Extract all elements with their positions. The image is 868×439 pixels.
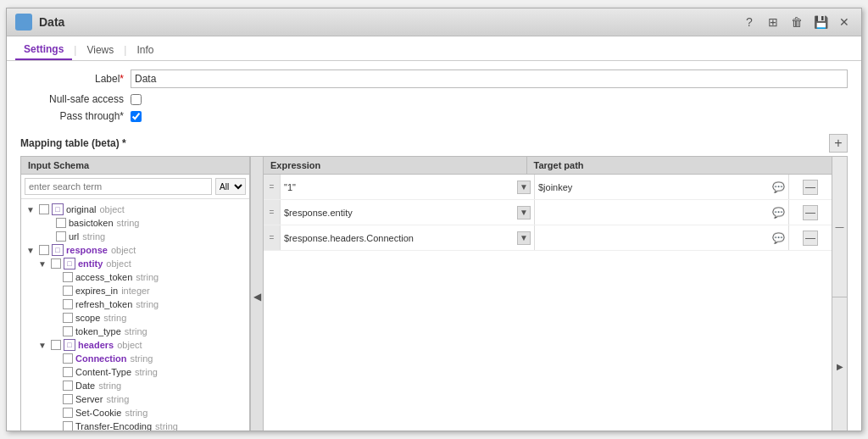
monitor-button[interactable]: ⊞ — [765, 14, 782, 31]
close-button[interactable]: ✕ — [836, 14, 853, 31]
toggle-icon — [42, 231, 53, 242]
row-actions: — — [789, 180, 832, 195]
schema-tree: ▼ □ original object basictoken — [21, 199, 249, 431]
scroll-up-button[interactable]: — — [832, 157, 847, 297]
toggle-icon — [48, 298, 60, 310]
scroll-down-button[interactable]: ▶ — [832, 297, 847, 431]
toggle-icon — [48, 353, 60, 364]
list-item[interactable]: basictoken string — [21, 216, 249, 230]
list-item[interactable]: ▼ □ original object — [21, 203, 249, 216]
target-comment-icon[interactable]: 💬 — [771, 181, 785, 194]
list-item[interactable]: Connection string — [21, 352, 249, 365]
tree-checkbox[interactable] — [51, 340, 61, 350]
row-drag-handle[interactable]: = — [264, 200, 281, 225]
collapse-panel-button[interactable]: ◀ — [250, 157, 264, 431]
list-item[interactable]: Server string — [21, 392, 249, 406]
tree-checkbox[interactable] — [63, 367, 73, 377]
list-item[interactable]: Date string — [21, 379, 249, 392]
tree-checkbox[interactable] — [63, 381, 73, 391]
list-item[interactable]: scope string — [21, 311, 249, 325]
tree-checkbox[interactable] — [63, 353, 73, 364]
label-input[interactable] — [131, 69, 848, 88]
node-icon: □ — [52, 244, 64, 256]
tree-checkbox[interactable] — [63, 326, 73, 336]
expression-dropdown-button[interactable]: ▼ — [517, 231, 531, 245]
row-drag-handle[interactable]: = — [264, 175, 281, 199]
row-drag-handle[interactable]: = — [264, 225, 281, 250]
list-item[interactable]: refresh_token string — [21, 297, 249, 311]
tree-checkbox[interactable] — [56, 231, 66, 242]
mapping-rows-container: = "1" ▼ $joinkey 💬 — — [264, 175, 832, 431]
help-button[interactable]: ? — [741, 14, 758, 31]
remove-row-button[interactable]: — — [803, 180, 818, 195]
list-item[interactable]: ▼ □ response object — [21, 243, 249, 257]
expression-value: $response.entity — [284, 208, 517, 218]
tree-checkbox[interactable] — [63, 408, 73, 418]
expression-cell: $response.entity ▼ — [281, 200, 535, 225]
titlebar: Data ? ⊞ 🗑 💾 ✕ — [7, 8, 861, 36]
expression-dropdown-button[interactable]: ▼ — [517, 206, 531, 220]
target-comment-icon[interactable]: 💬 — [771, 231, 785, 245]
toggle-icon — [48, 271, 60, 283]
toggle-icon[interactable]: ▼ — [36, 258, 48, 270]
list-item[interactable]: expires_in integer — [21, 284, 249, 297]
tab-settings[interactable]: Settings — [15, 40, 72, 60]
remove-row-button[interactable]: — — [803, 231, 818, 246]
expression-dropdown-button[interactable]: ▼ — [517, 181, 531, 194]
schema-search-input[interactable] — [25, 178, 212, 195]
toggle-icon — [48, 285, 60, 297]
list-item[interactable]: Transfer-Encoding string — [21, 420, 249, 431]
toggle-icon — [48, 420, 60, 431]
tree-checkbox[interactable] — [39, 204, 49, 214]
tree-checkbox[interactable] — [63, 299, 73, 309]
tree-checkbox[interactable] — [51, 258, 61, 269]
tab-views[interactable]: Views — [78, 41, 122, 59]
tree-checkbox[interactable] — [39, 245, 49, 255]
target-cell: 💬 — [535, 200, 789, 225]
toggle-icon[interactable]: ▼ — [25, 244, 36, 256]
schema-search-filter[interactable]: All — [215, 178, 246, 195]
trash-button[interactable]: 🗑 — [788, 14, 805, 31]
row-actions: — — [789, 231, 832, 246]
tree-checkbox[interactable] — [63, 394, 73, 404]
add-mapping-button[interactable]: + — [829, 134, 848, 153]
list-item[interactable]: Set-Cookie string — [21, 406, 249, 420]
pass-through-label: Pass through* — [20, 110, 131, 122]
schema-panel-header: Input Schema — [21, 157, 249, 175]
schema-search-bar: All — [21, 175, 249, 199]
list-item[interactable]: ▼ □ headers object — [21, 338, 249, 352]
input-schema-panel: Input Schema All ▼ — [21, 157, 250, 431]
mapping-title: Mapping table (beta) * — [20, 137, 126, 149]
tab-info[interactable]: Info — [128, 41, 162, 59]
window-icon — [15, 14, 32, 31]
target-cell: 💬 — [535, 225, 789, 250]
list-item[interactable]: url string — [21, 230, 249, 243]
list-item[interactable]: token_type string — [21, 325, 249, 338]
node-icon: □ — [64, 258, 75, 270]
tree-checkbox[interactable] — [56, 218, 66, 228]
tree-checkbox[interactable] — [63, 272, 73, 282]
target-comment-icon[interactable]: 💬 — [771, 206, 785, 220]
titlebar-actions: ? ⊞ 🗑 💾 ✕ — [741, 14, 853, 31]
svg-rect-0 — [19, 17, 23, 21]
tree-checkbox[interactable] — [63, 421, 73, 431]
list-item[interactable]: access_token string — [21, 270, 249, 284]
target-path-column-header: Target path — [527, 157, 790, 174]
expression-cell: $response.headers.Connection ▼ — [281, 225, 535, 250]
table-row: = $response.headers.Connection ▼ 💬 — — [264, 225, 832, 251]
toggle-icon[interactable]: ▼ — [36, 339, 48, 351]
null-safe-checkbox[interactable] — [131, 94, 142, 105]
titlebar-left: Data — [15, 14, 64, 31]
tree-checkbox[interactable] — [63, 313, 73, 323]
expression-value: "1" — [284, 182, 517, 192]
pass-through-checkbox[interactable] — [131, 111, 142, 122]
table-row: = $response.entity ▼ 💬 — — [264, 200, 832, 225]
toggle-icon[interactable]: ▼ — [25, 203, 36, 215]
tree-checkbox[interactable] — [63, 286, 73, 296]
save-button[interactable]: 💾 — [812, 14, 829, 31]
list-item[interactable]: Content-Type string — [21, 365, 249, 379]
list-item[interactable]: ▼ □ entity object — [21, 257, 249, 270]
toggle-icon — [48, 407, 60, 419]
remove-row-button[interactable]: — — [803, 205, 818, 220]
expression-value: $response.headers.Connection — [284, 233, 517, 243]
